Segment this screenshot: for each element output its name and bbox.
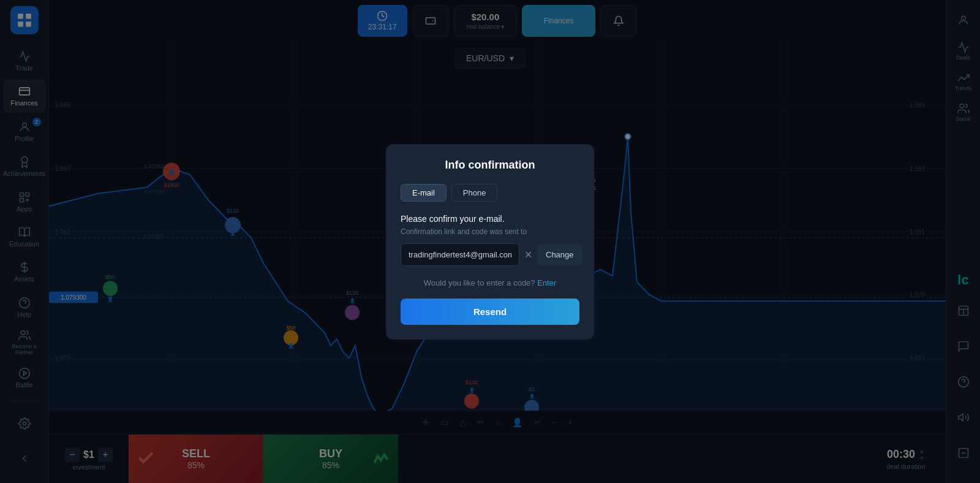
change-email-button[interactable]: Change [537,244,582,265]
modal-tabs: E-mail Phone [401,184,579,202]
email-tab[interactable]: E-mail [401,184,447,202]
modal-subtitle: Please confirm your e-mail. [401,214,579,224]
modal-enter-code: Would you like to enter a code? Enter [401,278,579,287]
resend-button[interactable]: Resend [401,299,579,325]
clear-email-button[interactable]: ✕ [524,249,532,261]
modal-input-row: ✕ Change [401,243,579,266]
phone-tab[interactable]: Phone [451,184,498,202]
email-input[interactable] [401,243,519,266]
modal-description: Confirmation link and code was sent to [401,227,579,236]
modal-overlay: Info confirmation E-mail Phone Please co… [0,0,980,483]
modal-title: Info confirmation [401,159,579,172]
enter-code-text: Would you like to enter a code? [424,278,535,287]
enter-code-link[interactable]: Enter [537,278,556,287]
info-confirmation-modal: Info confirmation E-mail Phone Please co… [386,144,594,340]
